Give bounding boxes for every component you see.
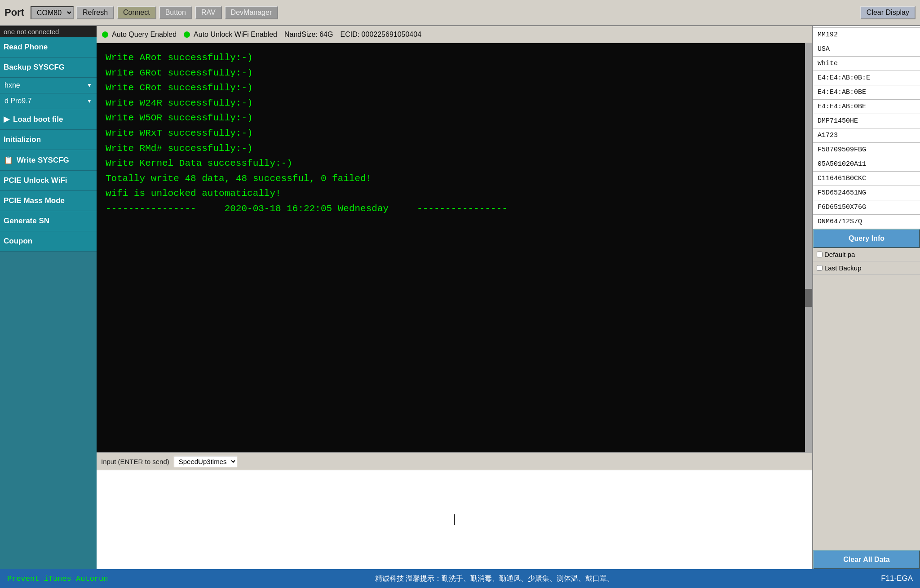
auto-unlock-dot	[184, 31, 190, 38]
coupon-button[interactable]: Coupon	[0, 231, 97, 252]
terminal-line-3: Write W24R successfully:-)	[106, 96, 803, 111]
right-panel: A11 DMPTJ2W6E MM192 USA White E4:E4:AB:0…	[812, 0, 920, 569]
clear-all-button[interactable]: Clear All Data	[813, 550, 920, 569]
input-label: Input (ENTER to send)	[101, 458, 169, 465]
list-item-12: F5D6524651NG	[813, 186, 920, 200]
terminal-line-2: Write CRot successfully:-)	[106, 80, 803, 96]
list-item-13: F6D65150X76G	[813, 200, 920, 215]
auto-unlock-text: Auto Unlock WiFi Enabled	[194, 31, 277, 39]
terminal-scrollbar[interactable]	[805, 43, 812, 452]
bottom-bar: Prevent iTunes Autorun 精诚科技 温馨提示：勤洗手、勤消毒…	[0, 569, 920, 588]
terminal-line-8: Totally write 48 data, 48 successful, 0 …	[106, 171, 803, 186]
model-dropdown-arrow: ▼	[87, 98, 92, 104]
default-pa-label: Default pa	[824, 251, 855, 258]
clear-display-button[interactable]: Clear Display	[860, 6, 916, 19]
ecid-text: ECID: 000225691050404	[340, 31, 421, 39]
terminal-line-4: Write W5OR successfully:-)	[106, 111, 803, 126]
default-pa-checkbox[interactable]	[817, 252, 823, 257]
default-pa-row[interactable]: Default pa	[813, 248, 920, 261]
last-backup-label: Last Backup	[824, 264, 862, 272]
device-dropdown-arrow: ▼	[87, 82, 92, 88]
port-select[interactable]: COM80	[31, 6, 74, 19]
list-item-6: E4:E4:AB:0BE	[813, 100, 920, 114]
initializion-button[interactable]: Initializion	[0, 130, 97, 150]
list-item-11: C116461B0CKC	[813, 172, 920, 186]
refresh-button[interactable]: Refresh	[76, 6, 114, 19]
terminal-line-9: wifi is unlocked automatically!	[106, 186, 803, 201]
cursor-indicator	[454, 514, 455, 525]
query-info-button[interactable]: Query Info	[813, 229, 920, 248]
auto-query-text: Auto Query Enabled	[112, 31, 177, 39]
list-item-3: White	[813, 57, 920, 71]
auto-query-status: Auto Query Enabled	[102, 31, 177, 39]
device-dropdown[interactable]: hxne ▼	[0, 78, 97, 93]
devmanager-button[interactable]: DevManager	[225, 6, 279, 19]
pcie-mass-button[interactable]: PCIE Mass Mode	[0, 191, 97, 211]
port-label: Port	[4, 7, 24, 18]
write-syscfg-icon: 📋	[4, 155, 13, 165]
list-item-7: DMP71450HE	[813, 114, 920, 128]
input-box[interactable]	[97, 470, 812, 569]
connect-button[interactable]: Connect	[117, 6, 156, 19]
list-item-4: E4:E4:AB:0B:E	[813, 71, 920, 85]
list-item-14: DNM64712S7Q	[813, 215, 920, 229]
rav-button[interactable]: RAV	[195, 6, 222, 19]
read-phone-button[interactable]: Read Phone	[0, 37, 97, 57]
list-item-2: USA	[813, 42, 920, 57]
model-dropdown[interactable]: d Pro9.7 ▼	[0, 93, 97, 109]
sidebar: one not connected Read Phone Backup SYSC…	[0, 0, 97, 569]
terminal-line-7: Write Kernel Data successfully:-)	[106, 156, 803, 171]
status-bar: Auto Query Enabled Auto Unlock WiFi Enab…	[97, 26, 812, 43]
speed-select[interactable]: SpeedUp3times	[174, 456, 237, 467]
terminal-line-6: Write RMd# successfully:-)	[106, 141, 803, 156]
pcie-unlock-button[interactable]: PCIE Unlock WiFi	[0, 171, 97, 191]
list-item-10: 05A501020A11	[813, 157, 920, 172]
load-boot-button[interactable]: ▶ Load boot file	[0, 109, 97, 130]
terminal-line-0: Write ARot successfully:-)	[106, 50, 803, 66]
toolbar: Port COM80 Refresh Connect Button RAV De…	[0, 0, 920, 26]
button3[interactable]: Button	[159, 6, 192, 19]
terminal-line-1: Write GRot successfully:-)	[106, 66, 803, 81]
terminal-line-5: Write WRxT successfully:-)	[106, 126, 803, 141]
input-toolbar: Input (ENTER to send) SpeedUp3times	[97, 453, 812, 470]
input-area: Input (ENTER to send) SpeedUp3times	[97, 452, 812, 569]
bottom-bar-left: Prevent iTunes Autorun	[7, 575, 108, 583]
generate-sn-button[interactable]: Generate SN	[0, 211, 97, 231]
last-backup-checkbox[interactable]	[817, 265, 823, 271]
list-item-9: F58709509FBG	[813, 143, 920, 157]
bottom-bar-right: F11-EGA	[881, 574, 913, 583]
terminal-line-11: ---------------- 2020-03-18 16:22:05 Wed…	[106, 201, 803, 217]
list-item-1: MM192	[813, 28, 920, 42]
auto-query-dot	[102, 31, 108, 38]
write-syscfg-button[interactable]: 📋 Write SYSCFG	[0, 150, 97, 171]
bottom-bar-center: 精诚科技 温馨提示：勤洗手、勤消毒、勤通风、少聚集、测体温、戴口罩。	[375, 574, 614, 584]
main-area: Write ARot successfully:-) Write GRot su…	[97, 43, 812, 569]
terminal-scrollbar-thumb[interactable]	[805, 289, 812, 307]
list-item-5: E4:E4:AB:0BE	[813, 85, 920, 100]
backup-syscfg-button[interactable]: Backup SYSCFG	[0, 57, 97, 78]
nand-size-text: NandSize: 64G	[284, 31, 333, 39]
auto-unlock-status: Auto Unlock WiFi Enabled	[184, 31, 277, 39]
last-backup-row[interactable]: Last Backup	[813, 261, 920, 275]
terminal[interactable]: Write ARot successfully:-) Write GRot su…	[97, 43, 812, 452]
list-item-8: A1723	[813, 128, 920, 143]
sidebar-top-label: one not connected	[0, 26, 97, 37]
load-boot-icon: ▶	[4, 115, 9, 124]
